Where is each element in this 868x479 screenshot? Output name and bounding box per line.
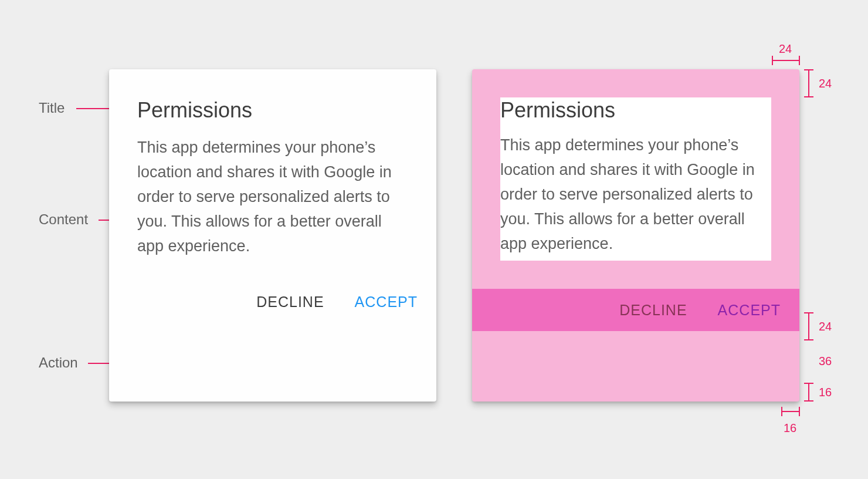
measure-label-top-side: 24 <box>779 42 792 56</box>
measure-label-top-24: 24 <box>819 77 832 90</box>
measure-label-gap-24: 24 <box>819 320 832 333</box>
annotation-title-label: Title <box>39 100 65 116</box>
spec-dialog-content: This app determines your phone’s locatio… <box>500 125 771 261</box>
spec-gap-24 <box>472 261 799 289</box>
measure-label-action-36: 36 <box>819 355 832 368</box>
dialog-title: Permissions <box>109 69 436 123</box>
measure-label-action-side-16: 16 <box>784 421 796 435</box>
dialog-content: This app determines your phone’s locatio… <box>109 123 436 258</box>
annotation-action-label: Action <box>39 355 78 371</box>
spec-dialog-title: Permissions <box>500 97 771 125</box>
dialog-actions: DECLINE ACCEPT <box>109 281 436 323</box>
measure-tick-gap-24 <box>808 312 809 340</box>
measure-tick-top-side <box>772 60 800 61</box>
accept-button[interactable]: ACCEPT <box>355 294 418 311</box>
decline-button[interactable]: DECLINE <box>256 294 324 311</box>
dialog-card-left: Permissions This app determines your pho… <box>109 69 436 402</box>
spec-decline-button[interactable]: DECLINE <box>619 302 687 319</box>
spec-gap-16 <box>472 331 799 350</box>
measure-tick-action-side-16 <box>781 411 800 412</box>
spec-dialog-actions: DECLINE ACCEPT <box>472 289 799 331</box>
spec-content-area: Permissions This app determines your pho… <box>500 97 771 261</box>
measure-tick-top-24 <box>808 69 809 97</box>
spec-accept-button[interactable]: ACCEPT <box>718 302 781 319</box>
measure-tick-bottom-16 <box>808 383 809 402</box>
dialog-card-spec: Permissions This app determines your pho… <box>472 69 799 402</box>
annotation-content-label: Content <box>39 211 88 228</box>
measure-label-bottom-16: 16 <box>819 386 832 399</box>
